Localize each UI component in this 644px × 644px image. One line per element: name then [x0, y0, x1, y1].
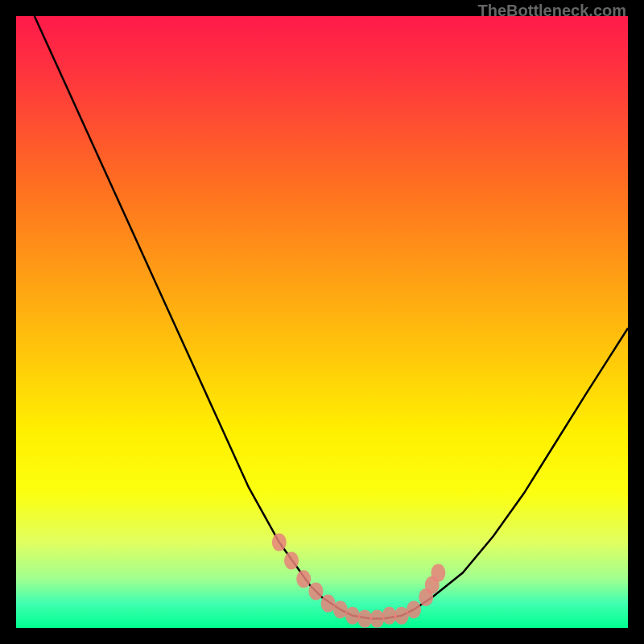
marker-dot — [407, 601, 421, 618]
marker-dots-group — [272, 534, 446, 628]
marker-dot — [345, 607, 360, 625]
marker-dot — [272, 534, 287, 551]
marker-dot — [296, 570, 311, 588]
bottleneck-curve-line — [35, 16, 628, 619]
marker-dot — [369, 610, 384, 628]
marker-dot — [431, 564, 445, 582]
curve-svg — [16, 16, 628, 628]
marker-dot — [284, 551, 299, 569]
chart-container: TheBottleneck.com — [0, 0, 644, 644]
marker-dot — [308, 582, 323, 600]
